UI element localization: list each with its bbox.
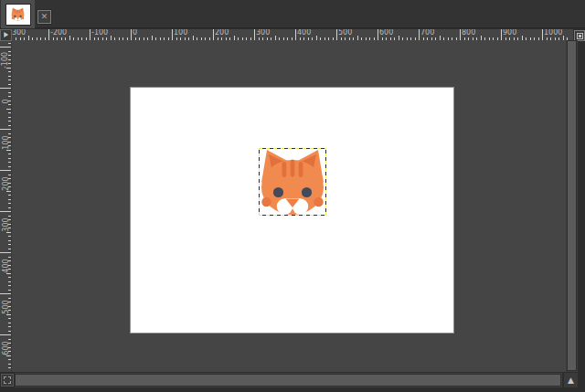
menu-triangle-icon: ▶ [4,32,8,39]
ruler-tick [336,29,337,40]
ruler-label: 500 [0,295,12,319]
ruler-tick [8,285,11,286]
ruler-label: -100 [91,29,108,37]
layer-boundary-bottom [259,215,326,216]
ruler-tick [8,76,11,77]
ruler-label: 400 [297,29,311,37]
ruler-tick [8,249,11,249]
canvas-viewport[interactable] [12,40,566,372]
ruler-tick [48,29,49,40]
layer-boundary-left [259,148,260,216]
ruler-tick [8,331,11,332]
image-tab-strip: ✕ [0,0,585,28]
ruler-tick [8,121,11,122]
ruler-tick [8,162,11,163]
ruler-label: 300 [0,213,12,237]
ruler-tick [213,29,214,40]
ruler-tick [131,29,132,40]
ruler-tick [8,84,11,85]
ruler-tick [0,88,11,89]
ruler-tick [8,240,11,241]
ruler-label: 0 [133,29,137,37]
ruler-label: 800 [462,29,475,37]
ruler-label: 500 [338,29,352,37]
ruler-tick [378,29,378,40]
ruler-tick [172,29,173,40]
ruler-label: -100 [0,48,12,72]
cat-image-thumbnail [6,5,30,25]
ruler-label: 100 [174,29,187,37]
ruler-label: 700 [420,29,434,37]
ruler-label: 900 [503,29,516,37]
horizontal-scrollbar-thumb[interactable] [15,374,561,387]
ruler-tick [8,367,11,368]
tab-cat-image[interactable] [1,0,35,28]
ruler-tick [460,29,461,40]
ruler-tick [8,79,11,80]
vertical-ruler[interactable]: -1000100200300400500600 [0,41,12,372]
quick-mask-icon [4,376,11,384]
layer-boundary-right [325,148,326,216]
ruler-tick [8,43,11,44]
canvas[interactable] [131,88,453,333]
ruler-label: 600 [0,336,12,360]
ruler-tick [8,281,11,282]
ruler-label: 600 [379,29,393,37]
ruler-label: 100 [0,131,12,154]
ruler-tick [90,29,90,40]
canvas-menu-button[interactable]: ▶ [0,29,12,41]
ruler-tick [419,29,420,40]
ruler-tick [0,293,11,294]
gimp-window: ✕ ▶ -300-200-100010020030040050060070080… [0,0,585,392]
zoom-follow-window-icon [577,33,583,39]
ruler-tick [0,334,11,335]
ruler-tick [8,203,11,204]
ruler-tick [8,290,11,291]
ruler-tick [0,129,11,130]
ruler-label: 200 [0,172,12,196]
ruler-tick [8,244,11,245]
ruler-label: -300 [12,29,26,37]
vertical-scrollbar[interactable] [566,40,578,372]
ruler-label: 400 [0,254,12,278]
ruler-tick [8,326,11,327]
ruler-label: 0 [0,90,12,113]
ruler-tick [8,125,11,126]
ruler-tick [8,199,11,200]
cat-face-icon [11,7,25,21]
ruler-tick [501,29,502,40]
ruler-tick [0,252,11,253]
ruler-tick [295,29,296,40]
layer-boundary-top [259,148,326,149]
ruler-tick [254,29,255,40]
ruler-tick [0,170,11,171]
ruler-label: 300 [256,29,270,37]
ruler-tick [0,47,11,48]
quick-mask-button[interactable] [1,374,14,387]
cat-face-layer[interactable] [259,148,326,216]
ruler-tick [8,117,11,118]
cat-face-image [259,148,326,216]
ruler-tick [0,211,11,212]
ruler-tick [8,207,11,208]
ruler-tick [8,372,11,373]
ruler-tick [8,323,11,323]
ruler-label: 1000 [544,29,562,37]
ruler-tick [8,158,11,159]
navigation-arrow-icon: ▲ [568,376,574,385]
ruler-tick [542,29,543,40]
navigation-button[interactable]: ▲ [564,373,578,387]
tab-close-icon[interactable]: ✕ [37,10,51,24]
ruler-label: -200 [50,29,67,37]
ruler-tick [8,166,11,167]
horizontal-scrollbar[interactable] [15,373,562,387]
vertical-scrollbar-thumb[interactable] [567,40,577,371]
ruler-tick [8,364,11,365]
ruler-label: 200 [215,29,229,37]
